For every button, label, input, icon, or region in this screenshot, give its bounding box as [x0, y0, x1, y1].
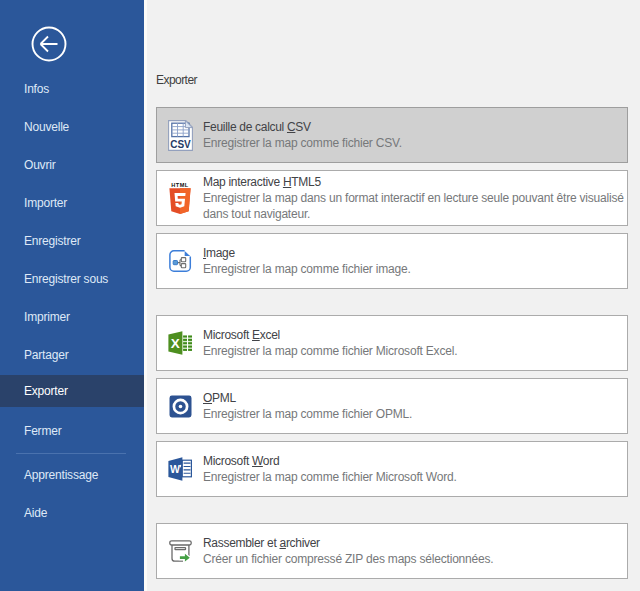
- svg-text:CSV: CSV: [170, 139, 191, 150]
- svg-text:X: X: [171, 336, 180, 351]
- svg-text:W: W: [170, 463, 180, 475]
- svg-text:HTML: HTML: [171, 182, 189, 188]
